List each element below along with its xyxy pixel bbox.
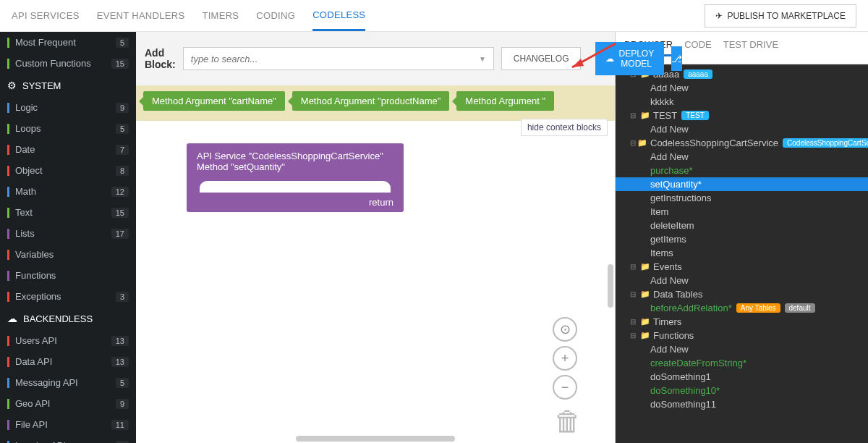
tree-badge: aaaaa bbox=[684, 69, 712, 79]
tree-badge: Any Tables bbox=[736, 303, 780, 313]
horizontal-scrollbar[interactable] bbox=[296, 436, 455, 442]
folder-icon: 📁 bbox=[640, 317, 650, 326]
tree-folder[interactable]: ⊟📁Data Tables bbox=[616, 287, 868, 301]
canvas[interactable]: Method Argument "cartName" Method Argume… bbox=[136, 85, 615, 443]
sidebar-custom-functions[interactable]: Custom Functions15 bbox=[0, 53, 136, 74]
tree-badge: CodelessShoppingCartService bbox=[783, 138, 868, 148]
tree-item[interactable]: doSomething1 bbox=[616, 370, 868, 384]
tree-item-selected[interactable]: setQuantity* bbox=[616, 177, 868, 191]
folder-icon: 📁 bbox=[640, 331, 650, 340]
top-tabs: API SERVICES EVENT HANDLERS TIMERS CODIN… bbox=[0, 0, 868, 32]
sidebar-functions[interactable]: Functions bbox=[0, 265, 136, 286]
tree-item[interactable]: Item bbox=[616, 205, 868, 219]
main: Most Frequent5 Custom Functions15 ⚙SYSTE… bbox=[0, 32, 868, 443]
sidebar-geo-api[interactable]: Geo API9 bbox=[0, 393, 136, 414]
cloud-icon: ☁ bbox=[7, 313, 17, 324]
add-block-label: Add Block: bbox=[145, 47, 176, 70]
zoom-in-button[interactable]: + bbox=[553, 346, 577, 371]
toolbar: Add Block: ▼ CHANGELOG ☁DEPLOY MODEL ⎇ bbox=[136, 32, 615, 85]
tree-add-new[interactable]: Add New bbox=[616, 150, 868, 164]
tree-add-new[interactable]: Add New bbox=[616, 81, 868, 95]
argument-chip[interactable]: Method Argument " bbox=[456, 91, 554, 111]
tab-codeless[interactable]: CODELESS bbox=[312, 1, 365, 31]
sidebar-users-api[interactable]: Users API13 bbox=[0, 330, 136, 351]
sidebar-messaging-api[interactable]: Messaging API5 bbox=[0, 372, 136, 393]
tab-timers[interactable]: TIMERS bbox=[202, 1, 239, 30]
tree-folder[interactable]: ⊟📁Timers bbox=[616, 315, 868, 329]
method-block[interactable]: API Service "CodelessShoppingCartService… bbox=[187, 143, 404, 212]
tree-folder[interactable]: ⊟📁CodelessShoppingCartServiceCodelessSho… bbox=[616, 136, 868, 150]
collapse-icon[interactable]: ⊟ bbox=[630, 290, 639, 298]
sidebar-most-frequent[interactable]: Most Frequent5 bbox=[0, 32, 136, 53]
tab-coding[interactable]: CODING bbox=[256, 1, 295, 30]
argument-chip[interactable]: Method Argument "cartName" bbox=[143, 91, 285, 111]
collapse-icon[interactable]: ⊟ bbox=[630, 318, 639, 326]
folder-icon: 📁 bbox=[637, 138, 647, 148]
tree-add-new[interactable]: Add New bbox=[616, 122, 868, 136]
vertical-scrollbar[interactable] bbox=[608, 264, 613, 308]
cloud-upload-icon: ☁ bbox=[605, 54, 614, 64]
paper-plane-icon: ✈ bbox=[715, 11, 723, 21]
deploy-model-button[interactable]: ☁DEPLOY MODEL bbox=[595, 42, 663, 75]
tab-api-services[interactable]: API SERVICES bbox=[12, 1, 80, 30]
block-header: API Service "CodelessShoppingCartService… bbox=[187, 143, 404, 193]
block-search[interactable]: ▼ bbox=[183, 47, 494, 70]
tree-folder[interactable]: ⊟📁TESTTEST bbox=[616, 109, 868, 122]
folder-icon: 📁 bbox=[640, 111, 650, 120]
tab-code[interactable]: CODE bbox=[684, 39, 712, 56]
tree-item[interactable]: getInstructions bbox=[616, 191, 868, 205]
sidebar-math[interactable]: Math12 bbox=[0, 181, 136, 202]
sidebar-variables[interactable]: Variables bbox=[0, 244, 136, 265]
sidebar-file-api[interactable]: File API11 bbox=[0, 414, 136, 435]
tree-item[interactable]: doSomething10* bbox=[616, 384, 868, 397]
center-view-button[interactable]: ⊙ bbox=[553, 317, 577, 342]
sidebar-object[interactable]: Object8 bbox=[0, 160, 136, 181]
hide-context-button[interactable]: hide context blocks bbox=[521, 119, 608, 136]
trash-icon[interactable]: 🗑 bbox=[554, 406, 582, 437]
sidebar-data-api[interactable]: Data API13 bbox=[0, 351, 136, 372]
tree-add-new[interactable]: Add New bbox=[616, 274, 868, 287]
collapse-icon[interactable]: ⊟ bbox=[630, 139, 636, 147]
center-area: Add Block: ▼ CHANGELOG ☁DEPLOY MODEL ⎇ M… bbox=[136, 32, 615, 443]
publish-button[interactable]: ✈ PUBLISH TO MARKETPLACE bbox=[705, 4, 856, 28]
block-title: API Service "CodelessShoppingCartService… bbox=[197, 151, 393, 161]
collapse-icon[interactable]: ⊟ bbox=[630, 263, 639, 271]
tree-item[interactable]: deleteItem bbox=[616, 219, 868, 232]
tree-folder[interactable]: ⊟📁Functions bbox=[616, 329, 868, 342]
tree-add-new[interactable]: Add New bbox=[616, 342, 868, 356]
chevron-down-icon[interactable]: ▼ bbox=[479, 55, 486, 63]
sidebar-lists[interactable]: Lists17 bbox=[0, 223, 136, 244]
sidebar-logging-api[interactable]: Logging API1 bbox=[0, 435, 136, 443]
collapse-icon[interactable]: ⊟ bbox=[630, 111, 639, 119]
folder-icon: 📁 bbox=[640, 290, 650, 299]
tree-item[interactable]: createDateFromString* bbox=[616, 356, 868, 370]
tree-item[interactable]: purchase* bbox=[616, 164, 868, 177]
service-tree: ⊟📁aaaaaaaaaa Add New kkkkk ⊟📁TESTTEST Ad… bbox=[616, 64, 868, 443]
tree-item[interactable]: doSomething11 bbox=[616, 397, 868, 411]
tree-item[interactable]: kkkkk bbox=[616, 95, 868, 109]
tree-item[interactable]: beforeAddRelation*Any Tablesdefault bbox=[616, 301, 868, 315]
branch-button[interactable]: ⎇ bbox=[671, 46, 682, 71]
sidebar-exceptions[interactable]: Exceptions3 bbox=[0, 286, 136, 307]
gears-icon: ⚙ bbox=[7, 80, 17, 91]
sidebar-date[interactable]: Date7 bbox=[0, 139, 136, 160]
tab-test-drive[interactable]: TEST DRIVE bbox=[723, 39, 778, 56]
search-input[interactable] bbox=[191, 54, 479, 64]
zoom-out-button[interactable]: − bbox=[553, 375, 577, 400]
sidebar-text[interactable]: Text15 bbox=[0, 202, 136, 223]
tree-item[interactable]: getItems bbox=[616, 232, 868, 246]
right-panel: BROWSER CODE TEST DRIVE ⊟📁aaaaaaaaaa Add… bbox=[615, 32, 868, 443]
block-subtitle: Method "setQuantity" bbox=[197, 161, 393, 172]
block-return[interactable]: return bbox=[187, 193, 404, 212]
argument-row: Method Argument "cartName" Method Argume… bbox=[136, 85, 615, 121]
sidebar: Most Frequent5 Custom Functions15 ⚙SYSTE… bbox=[0, 32, 136, 443]
argument-chip[interactable]: Method Argument "productName" bbox=[292, 91, 450, 111]
changelog-button[interactable]: CHANGELOG bbox=[501, 47, 582, 70]
tree-item[interactable]: Items bbox=[616, 246, 868, 260]
sidebar-loops[interactable]: Loops5 bbox=[0, 118, 136, 139]
minus-icon: − bbox=[561, 380, 569, 395]
tab-event-handlers[interactable]: EVENT HANDLERS bbox=[97, 1, 185, 30]
collapse-icon[interactable]: ⊟ bbox=[630, 332, 639, 339]
sidebar-logic[interactable]: Logic9 bbox=[0, 97, 136, 118]
tree-folder[interactable]: ⊟📁Events bbox=[616, 260, 868, 274]
